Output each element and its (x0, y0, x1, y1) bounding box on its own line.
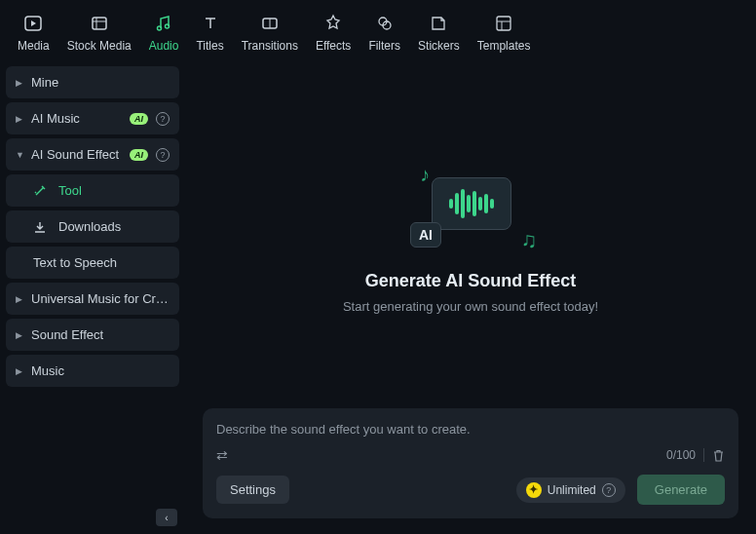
music-note-icon: ♫ (521, 228, 538, 253)
svg-point-4 (166, 24, 170, 28)
tab-stickers[interactable]: Stickers (418, 12, 460, 53)
sidebar-label: Sound Effect (31, 327, 170, 342)
download-icon (33, 220, 49, 234)
tab-templates[interactable]: Templates (477, 12, 531, 53)
shuffle-icon[interactable]: ⇄ (216, 447, 228, 463)
sub-label: Text to Speech (33, 255, 117, 270)
sidebar: ▶ Mine ▶ AI Music AI ? ▼ AI Sound Effect… (0, 60, 185, 534)
media-icon (21, 12, 45, 35)
sidebar-item-sound-effect[interactable]: ▶ Sound Effect (6, 319, 179, 351)
tab-effects[interactable]: Effects (316, 12, 351, 53)
help-icon[interactable]: ? (156, 148, 170, 162)
hero-title: Generate AI Sound Effect (365, 271, 576, 291)
divider (703, 448, 704, 462)
tab-stock-media[interactable]: Stock Media (67, 12, 132, 53)
sidebar-item-universal-music[interactable]: ▶ Universal Music for Cre... (6, 283, 179, 315)
tab-label: Templates (477, 39, 531, 53)
tab-titles[interactable]: Titles (196, 12, 223, 53)
sidebar-label: Universal Music for Cre... (31, 291, 170, 306)
sidebar-sub-tool[interactable]: Tool (6, 174, 179, 207)
caret-icon: ▶ (16, 78, 23, 88)
sidebar-sub-text-to-speech[interactable]: Text to Speech (6, 247, 179, 279)
tab-audio[interactable]: Audio (149, 12, 179, 53)
hero-illustration: ♪ AI ♫ (402, 166, 539, 253)
ai-label-block: AI (410, 222, 441, 248)
sub-label: Tool (58, 183, 82, 198)
svg-point-3 (158, 26, 162, 30)
main-panel: ♪ AI ♫ Generate AI Sound Effect Start ge… (185, 60, 756, 534)
tab-filters[interactable]: Filters (368, 12, 400, 53)
help-icon[interactable]: ? (156, 112, 170, 126)
svg-rect-2 (93, 18, 106, 29)
settings-button[interactable]: Settings (216, 476, 289, 504)
sub-label: Downloads (58, 219, 121, 234)
transitions-icon (258, 12, 282, 35)
wand-icon (33, 184, 49, 198)
ai-badge: AI (130, 113, 148, 125)
ai-badge: AI (130, 149, 148, 161)
waveform-bubble (432, 177, 511, 230)
stock-icon (88, 12, 111, 35)
sidebar-label: AI Sound Effect (31, 147, 122, 162)
tab-label: Audio (149, 39, 179, 53)
svg-rect-8 (497, 17, 510, 30)
caret-icon: ▶ (16, 114, 23, 124)
prompt-input[interactable]: Describe the sound effect you want to cr… (216, 422, 725, 439)
caret-icon: ▶ (16, 366, 23, 376)
hero-section: ♪ AI ♫ Generate AI Sound Effect Start ge… (203, 70, 738, 408)
collapse-sidebar-button[interactable]: ‹ (156, 509, 177, 526)
unlimited-pill[interactable]: ✦ Unlimited ? (516, 477, 625, 503)
titles-icon (199, 12, 222, 35)
tab-label: Media (18, 39, 50, 53)
filters-icon (373, 12, 397, 35)
sidebar-item-ai-sound-effect[interactable]: ▼ AI Sound Effect AI ? (6, 138, 179, 171)
sidebar-item-ai-music[interactable]: ▶ AI Music AI ? (6, 102, 179, 134)
prompt-panel: Describe the sound effect you want to cr… (203, 408, 738, 518)
tab-label: Titles (196, 39, 223, 53)
tab-transitions[interactable]: Transitions (242, 12, 298, 53)
templates-icon (492, 12, 515, 35)
tab-media[interactable]: Media (18, 12, 50, 53)
hero-subtitle: Start generating your own sound effect t… (343, 299, 598, 314)
generate-button[interactable]: Generate (637, 475, 725, 505)
music-note-icon: ♪ (420, 164, 430, 186)
caret-icon: ▼ (16, 150, 23, 160)
tab-label: Transitions (242, 39, 298, 53)
svg-marker-1 (31, 20, 36, 26)
caret-icon: ▶ (16, 294, 23, 304)
top-toolbar: Media Stock Media Audio Titles Transitio… (0, 0, 756, 60)
sidebar-sub-downloads[interactable]: Downloads (6, 210, 179, 243)
chevron-left-icon: ‹ (165, 513, 168, 523)
tab-label: Effects (316, 39, 351, 53)
sidebar-item-mine[interactable]: ▶ Mine (6, 66, 179, 98)
tab-label: Stickers (418, 39, 460, 53)
content-area: ▶ Mine ▶ AI Music AI ? ▼ AI Sound Effect… (0, 60, 756, 534)
sidebar-label: AI Music (31, 111, 122, 126)
coin-icon: ✦ (526, 482, 542, 498)
sidebar-label: Mine (31, 75, 170, 90)
tab-label: Stock Media (67, 39, 132, 53)
unlimited-label: Unlimited (548, 483, 596, 497)
char-counter: 0/100 (666, 448, 696, 462)
sidebar-label: Music (31, 363, 170, 378)
stickers-icon (427, 12, 450, 35)
audio-icon (152, 12, 175, 35)
caret-icon: ▶ (16, 330, 23, 340)
help-icon[interactable]: ? (602, 483, 616, 497)
tab-label: Filters (368, 39, 400, 53)
effects-icon (321, 12, 345, 35)
trash-icon[interactable] (712, 449, 725, 462)
sidebar-item-music[interactable]: ▶ Music (6, 355, 179, 387)
